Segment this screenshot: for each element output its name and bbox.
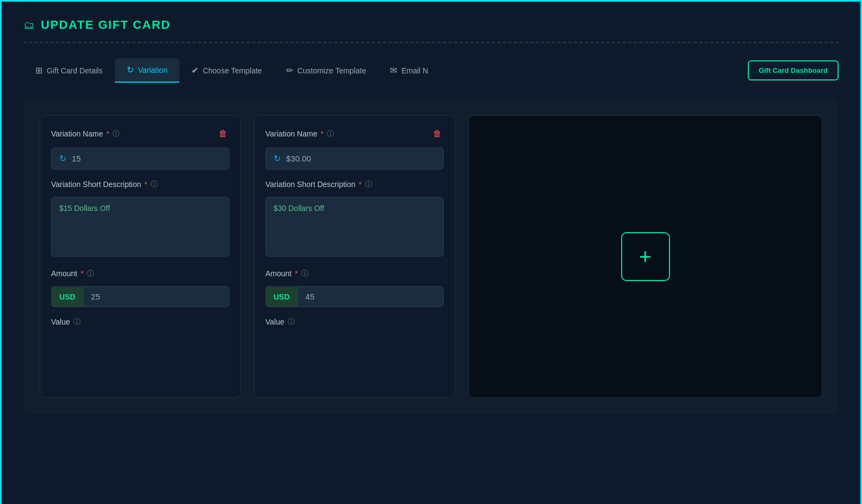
card-2-desc-header: Variation Short Description * ⓘ <box>265 179 444 189</box>
required-star-desc-2: * <box>358 180 361 189</box>
required-star-2: * <box>320 129 323 138</box>
tab-gift-card-details[interactable]: ⊞ Gift Card Details <box>23 59 115 82</box>
page-header: 🗂 UPDATE GIFT CARD <box>23 18 839 32</box>
amount-row-2: USD <box>265 286 444 307</box>
tab-choose-template[interactable]: ✔ Choose Template <box>179 59 274 82</box>
page-icon: 🗂 <box>23 19 34 32</box>
variation-name-input-1-wrapper: ↻ <box>51 147 230 170</box>
variation-icon: ↻ <box>127 65 134 75</box>
info-icon-amount-2[interactable]: ⓘ <box>301 269 308 278</box>
variation-amount-label-1: Amount * ⓘ <box>51 269 94 278</box>
variation-name-label-1: Variation Name * ⓘ <box>51 129 120 139</box>
choose-template-icon: ✔ <box>191 65 199 76</box>
variation-name-input-2[interactable] <box>286 154 436 163</box>
tabs-bar: ⊞ Gift Card Details ↻ Variation ✔ Choose… <box>23 58 839 83</box>
amount-row-1: USD <box>51 286 230 307</box>
variation-name-input-1[interactable] <box>72 154 221 163</box>
card-1-header: Variation Name * ⓘ 🗑 <box>51 128 230 140</box>
refresh-icon-2: ↻ <box>274 153 281 164</box>
info-icon-amount-1[interactable]: ⓘ <box>87 269 94 278</box>
variation-value-label-1: Value ⓘ <box>51 317 80 327</box>
tab-email-notification[interactable]: ✉ Email N <box>378 59 440 82</box>
required-star-amount-2: * <box>295 269 297 278</box>
card-1-value-header: Value ⓘ <box>51 317 230 327</box>
variation-card-2: Variation Name * ⓘ 🗑 ↻ Variation Short D… <box>254 115 455 398</box>
variation-short-desc-textarea-1[interactable] <box>51 197 230 257</box>
add-variation-button[interactable]: + <box>621 232 670 281</box>
card-2-amount-header: Amount * ⓘ <box>265 269 444 278</box>
card-2-value-header: Value ⓘ <box>265 317 444 327</box>
info-icon-value-1[interactable]: ⓘ <box>73 317 80 327</box>
tab-variation[interactable]: ↻ Variation <box>115 58 179 83</box>
card-1-desc-header: Variation Short Description * ⓘ <box>51 179 230 189</box>
variation-amount-label-2: Amount * ⓘ <box>265 269 308 278</box>
variation-name-label-2: Variation Name * ⓘ <box>265 129 334 139</box>
info-icon-desc-2[interactable]: ⓘ <box>365 179 372 189</box>
currency-badge-2: USD <box>266 287 298 307</box>
info-icon-value-2[interactable]: ⓘ <box>288 317 295 327</box>
required-star-1: * <box>106 129 109 138</box>
page-title: UPDATE GIFT CARD <box>41 18 171 32</box>
required-star-desc-1: * <box>144 180 147 189</box>
customize-template-icon: ✏ <box>286 65 293 76</box>
required-star-amount-1: * <box>80 269 83 278</box>
tab-customize-template[interactable]: ✏ Customize Template <box>274 59 379 82</box>
gift-card-dashboard-button[interactable]: Gift Card Dashboard <box>748 60 839 80</box>
info-icon-2[interactable]: ⓘ <box>327 129 334 139</box>
refresh-icon-1: ↻ <box>59 153 66 164</box>
currency-badge-1: USD <box>52 287 84 307</box>
delete-variation-2-button[interactable]: 🗑 <box>431 128 444 140</box>
info-icon-desc-1[interactable]: ⓘ <box>151 179 158 189</box>
header-divider <box>23 42 839 43</box>
add-variation-panel: + <box>468 115 822 398</box>
variation-card-1: Variation Name * ⓘ 🗑 ↻ Variation Short D… <box>40 115 241 398</box>
content-area: Variation Name * ⓘ 🗑 ↻ Variation Short D… <box>23 99 839 414</box>
page-wrapper: 🗂 UPDATE GIFT CARD ⊞ Gift Card Details ↻… <box>2 2 860 504</box>
card-1-amount-header: Amount * ⓘ <box>51 269 230 278</box>
info-icon-1[interactable]: ⓘ <box>113 129 120 139</box>
variation-short-desc-label-1: Variation Short Description * ⓘ <box>51 179 158 189</box>
email-icon: ✉ <box>390 65 397 76</box>
variation-name-input-2-wrapper: ↻ <box>265 147 444 170</box>
delete-variation-1-button[interactable]: 🗑 <box>216 128 230 140</box>
amount-input-2[interactable] <box>298 287 443 307</box>
amount-input-1[interactable] <box>84 287 229 307</box>
card-2-header: Variation Name * ⓘ 🗑 <box>265 128 444 140</box>
gift-card-details-icon: ⊞ <box>35 65 42 76</box>
variation-value-label-2: Value ⓘ <box>265 317 295 327</box>
variation-short-desc-label-2: Variation Short Description * ⓘ <box>265 179 372 189</box>
variation-short-desc-textarea-2[interactable] <box>265 197 444 257</box>
